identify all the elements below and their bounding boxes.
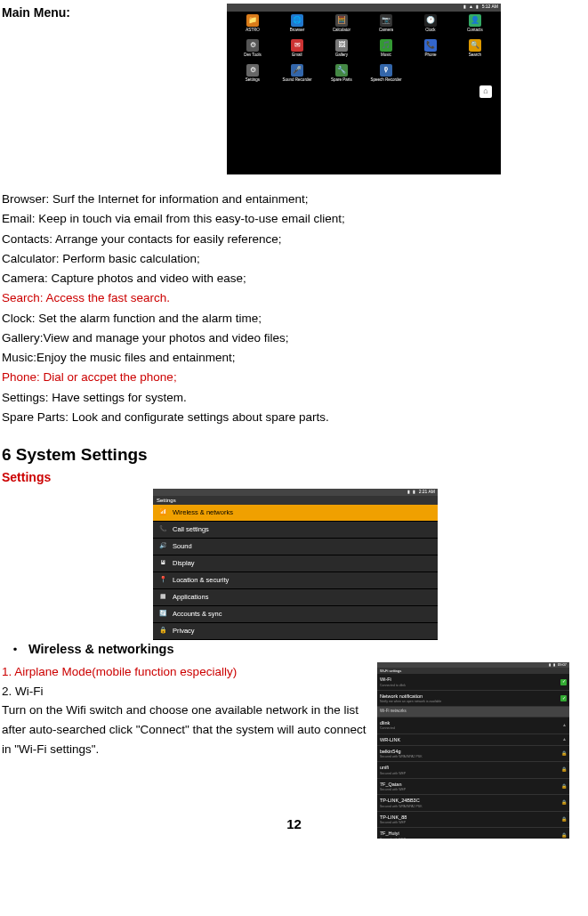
app-label: Camera: [379, 28, 393, 34]
app-speech-recorder: 🎙Speech Recorder: [364, 64, 408, 87]
settings-row-label: Display: [173, 558, 195, 568]
wifi-row-name: belkin54g: [380, 748, 423, 755]
wifi-row-subtitle: Connected: [380, 726, 395, 731]
app-icon: ⚙: [246, 64, 259, 77]
settings-row-privacy: 🔒Privacy: [153, 623, 438, 640]
app-phone: 📞Phone: [408, 39, 453, 62]
description-line: Gallery:View and manage your photos and …: [2, 329, 586, 347]
wifi-line: 2. Wi-Fi: [2, 682, 377, 701]
main-menu-label: Main Menu:: [2, 4, 70, 174]
app-label: Music: [381, 53, 391, 59]
description-line: Phone: Dial or accpet the phone;: [2, 369, 586, 386]
wifi-row-name: Network notification: [380, 693, 441, 700]
app-contacts: 👤Contacts: [453, 14, 497, 37]
settings-row-icon: 🔊: [158, 542, 167, 551]
settings-row-label: Wireless & networks: [173, 507, 233, 517]
app-icon: 🖼: [335, 39, 348, 52]
app-icon: ⚙: [246, 39, 259, 52]
wifi-row-network-notification: Network notificationNotify me when an op…: [377, 691, 569, 708]
app-icon: 📁: [246, 14, 259, 27]
settings-app-title: Settings: [153, 496, 438, 505]
battery-icon: ▮: [553, 662, 555, 667]
wifi-lock-icon: 🔒: [561, 816, 567, 823]
app-icon: ✉: [291, 39, 303, 52]
app-search: 🔍Search: [453, 39, 497, 62]
wifi-row-subtitle: Connected to dlink: [380, 684, 406, 688]
settings-row-icon: 🔄: [158, 610, 167, 619]
app-icon: 🎵: [380, 39, 392, 52]
app-icon: 🔧: [335, 64, 348, 77]
settings-row-icon: 📶: [158, 508, 167, 517]
wifi-lock-icon: 🔒: [561, 799, 567, 807]
wifi-screenshot: ▮ ▮ 09:07 Wi-Fi settings Wi-FiConnected …: [377, 662, 569, 802]
wireless-heading: Wireless & networkings: [28, 640, 173, 660]
settings-row-location-security: 📍Location & security: [153, 572, 438, 589]
app-music: 🎵Music: [364, 39, 408, 62]
description-line: Music:Enjoy the music files and entainme…: [2, 349, 586, 367]
app-icon: 👤: [469, 14, 481, 27]
app-icon: 📞: [424, 39, 437, 52]
app-spare-parts: 🔧Spare Parts: [319, 64, 364, 87]
description-line: Search: Access the fast search.: [2, 289, 586, 307]
description-line: Contacts: Arrange your contacts for easi…: [2, 231, 586, 248]
wifi-row-name: 7F_Qatan: [380, 781, 406, 788]
app-calculator: 🧮Calculator: [319, 14, 364, 37]
app-label: Clock: [425, 28, 435, 34]
battery-icon: ▮: [413, 489, 415, 494]
wifi-row-subtitle: Secured with WEP: [380, 772, 406, 776]
app-browser: 🌐Browser: [275, 14, 319, 37]
wifi-row-belkin54g: belkin54gSecured with WPA/WPA2 PSK🔒: [377, 746, 569, 763]
wifi-lock-icon: 🔒: [561, 750, 567, 758]
settings-row-wireless-networks: 📶Wireless & networks: [153, 505, 438, 522]
settings-row-display: 🖥Display: [153, 555, 438, 572]
app-camera: 📷Camera: [364, 14, 408, 37]
wifi-row-name: TP-LINK_88: [380, 814, 407, 821]
description-line: Email: Keep in touch via email from this…: [2, 210, 586, 228]
app-label: Contacts: [467, 28, 483, 34]
wifi-row-subtitle: Secured with WEP: [380, 821, 407, 825]
app-label: Settings: [246, 77, 260, 84]
status-bar: ▮ ▲ ▮ 5:12 AM: [227, 4, 501, 12]
settings-row-icon: 📍: [158, 576, 167, 585]
app-label: Email: [292, 53, 302, 59]
app-icon: 🕐: [424, 14, 437, 27]
settings-row-applications: ▦Applications: [153, 589, 438, 606]
app-label: Sound Recorder: [283, 77, 312, 84]
wifi-row-7f-qatan: 7F_QatanSecured with WEP🔒: [377, 779, 569, 796]
wifi-row-name: WR-LINK: [380, 736, 400, 743]
wifi-row-name: Wi-Fi: [380, 676, 406, 683]
wifi-row-name: 7F_Huiyi: [380, 830, 406, 837]
wifi-row-tp-link-24bb3c: TP-LINK_24BB3CSecured with WPA/WPA2 PSK🔒: [377, 795, 569, 812]
wifi-section-header: Wi-Fi networks: [377, 707, 569, 717]
wifi-row-subtitle: Secured with WPA/WPA2 PSK: [380, 755, 423, 759]
app-gallery: 🖼Gallery: [319, 39, 364, 62]
app-label: Gallery: [335, 53, 348, 59]
wifi-lock-icon: 🔒: [561, 832, 567, 839]
description-line: Calculator: Perform basic calculation;: [2, 250, 586, 268]
app-label: Dev Tools: [244, 53, 262, 59]
wifi-row-name: TP-LINK_24BB3C: [380, 797, 423, 804]
settings-row-label: Applications: [173, 592, 208, 602]
settings-row-icon: 📞: [158, 525, 167, 534]
app-label: Browser: [290, 28, 305, 34]
settings-row-icon: ▦: [158, 593, 167, 602]
description-line: Camera: Capture photos and video with ea…: [2, 270, 586, 288]
battery-icon: ▮: [476, 4, 479, 9]
wifi-row-wr-link: WR-LINK▲: [377, 734, 569, 746]
description-line: Settings: Have settings for system.: [2, 389, 586, 407]
settings-row-label: Privacy: [173, 626, 195, 636]
app-dev-tools: ⚙Dev Tools: [230, 39, 275, 62]
status-time-2: 2:21 AM: [419, 489, 435, 494]
wifi-row-subtitle: Secured with WEP: [380, 788, 406, 792]
app-label: Spare Parts: [331, 77, 352, 84]
description-line: Spare Parts: Look and configurate settin…: [2, 409, 586, 426]
app-label: ASTRO: [246, 28, 260, 34]
wifi-signal-icon: ▲: [562, 722, 567, 729]
wifi-title: Wi-Fi settings: [377, 668, 569, 674]
description-line: Clock: Set the alarm function and the al…: [2, 310, 586, 328]
app-label: Phone: [424, 53, 436, 59]
app-sound-recorder: 🎤Sound Recorder: [275, 64, 319, 87]
wifi-row-name: Wi-Fi networks: [380, 709, 407, 715]
app-icon: 🌐: [291, 14, 303, 27]
wifi-row-subtitle: Secured with WEP: [380, 838, 406, 839]
